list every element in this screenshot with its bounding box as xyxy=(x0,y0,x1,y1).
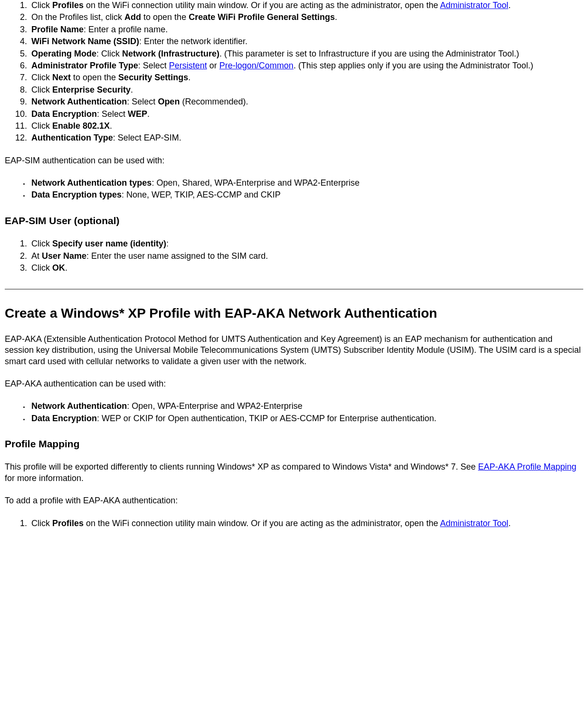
admin-tool-link[interactable]: Administrator Tool xyxy=(440,519,508,528)
admin-tool-link[interactable]: Administrator Tool xyxy=(440,0,508,10)
list-item: WiFi Network Name (SSID): Enter the netw… xyxy=(29,36,583,47)
list-item: Data Encryption types: None, WEP, TKIP, … xyxy=(29,189,583,200)
list-item: Network Authentication types: Open, Shar… xyxy=(29,178,583,189)
list-item: Data Encryption: Select WEP. xyxy=(29,109,583,120)
eap-sim-user-heading: EAP-SIM User (optional) xyxy=(5,214,583,227)
list-item: Authentication Type: Select EAP-SIM. xyxy=(29,132,583,143)
list-item: Profile Name: Enter a profile name. xyxy=(29,24,583,35)
bullet-list-2: Network Authentication: Open, WPA-Enterp… xyxy=(5,401,583,424)
list-item: Click Specify user name (identity): xyxy=(29,238,583,249)
list-item: On the Profiles list, click Add to open … xyxy=(29,12,583,23)
list-item: Click Profiles on the WiFi connection ut… xyxy=(29,0,583,11)
paragraph: To add a profile with EAP-AKA authentica… xyxy=(5,495,583,506)
bullet-list-1: Network Authentication types: Open, Shar… xyxy=(5,178,583,201)
divider xyxy=(5,289,583,290)
eap-aka-mapping-link[interactable]: EAP-AKA Profile Mapping xyxy=(478,462,577,472)
paragraph: EAP-AKA authentication can be used with: xyxy=(5,378,583,389)
list-item: Click OK. xyxy=(29,263,583,274)
list-item: At User Name: Enter the user name assign… xyxy=(29,251,583,262)
prelogon-link[interactable]: Pre-logon/Common xyxy=(219,61,294,70)
steps-list-3: Click Profiles on the WiFi connection ut… xyxy=(5,518,583,529)
list-item: Operating Mode: Click Network (Infrastru… xyxy=(29,48,583,59)
paragraph: EAP-SIM authentication can be used with: xyxy=(5,155,583,166)
list-item: Click Profiles on the WiFi connection ut… xyxy=(29,518,583,529)
list-item: Network Authentication: Select Open (Rec… xyxy=(29,96,583,107)
steps-list-1: Click Profiles on the WiFi connection ut… xyxy=(5,0,583,144)
persistent-link[interactable]: Persistent xyxy=(169,61,207,70)
list-item: Click Enable 802.1X. xyxy=(29,121,583,132)
list-item: Data Encryption: WEP or CKIP for Open au… xyxy=(29,413,583,424)
paragraph: This profile will be exported differentl… xyxy=(5,462,583,484)
list-item: Click Enterprise Security. xyxy=(29,85,583,95)
list-item: Network Authentication: Open, WPA-Enterp… xyxy=(29,401,583,412)
profile-mapping-heading: Profile Mapping xyxy=(5,437,583,450)
list-item: Administrator Profile Type: Select Persi… xyxy=(29,60,583,71)
steps-list-2: Click Specify user name (identity): At U… xyxy=(5,238,583,274)
eap-aka-heading: Create a Windows* XP Profile with EAP-AK… xyxy=(5,305,583,322)
list-item: Click Next to open the Security Settings… xyxy=(29,72,583,83)
paragraph: EAP-AKA (Extensible Authentication Proto… xyxy=(5,334,583,367)
